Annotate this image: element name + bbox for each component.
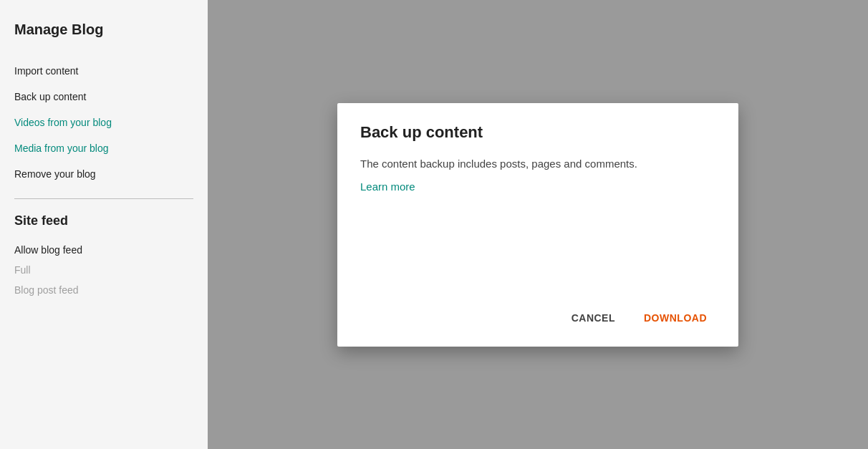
sidebar-subitem-blog-post-feed[interactable]: Blog post feed	[14, 280, 208, 300]
main-content: Back up content The content backup inclu…	[208, 0, 868, 449]
download-button[interactable]: DOWNLOAD	[635, 306, 715, 329]
sidebar-item-media[interactable]: Media from your blog	[14, 135, 208, 161]
sidebar-item-backup[interactable]: Back up content	[14, 84, 208, 110]
modal-overlay: Back up content The content backup inclu…	[208, 0, 868, 449]
dialog: Back up content The content backup inclu…	[337, 103, 738, 347]
sidebar-divider	[14, 198, 193, 199]
sidebar-subitem-full: Full	[14, 260, 208, 280]
sidebar-item-videos[interactable]: Videos from your blog	[14, 110, 208, 135]
sidebar-item-import[interactable]: Import content	[14, 58, 208, 84]
sidebar-item-remove[interactable]: Remove your blog	[14, 161, 208, 187]
learn-more-link[interactable]: Learn more	[360, 180, 715, 193]
sidebar: Manage Blog Import content Back up conte…	[0, 0, 208, 449]
dialog-actions: CANCEL DOWNLOAD	[360, 306, 715, 329]
sidebar-subitem-allow-feed[interactable]: Allow blog feed	[14, 240, 208, 260]
dialog-body: The content backup includes posts, pages…	[360, 156, 715, 173]
sidebar-title: Manage Blog	[14, 14, 208, 38]
dialog-title: Back up content	[360, 123, 715, 142]
sidebar-section-site-feed: Site feed	[14, 211, 208, 228]
cancel-button[interactable]: CANCEL	[563, 306, 624, 329]
